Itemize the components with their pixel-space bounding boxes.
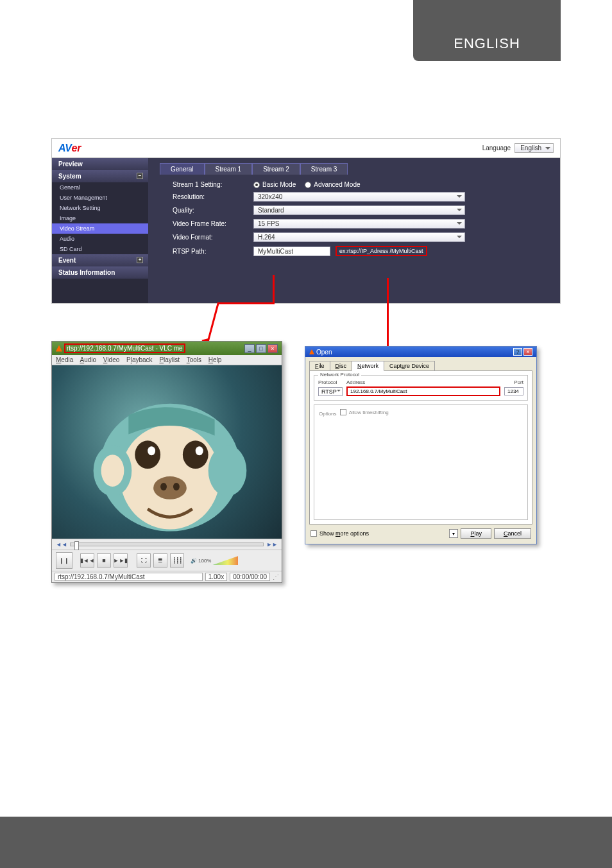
svg-point-8 (196, 446, 203, 455)
radio-basic-mode[interactable]: Basic Mode (253, 181, 296, 188)
label-port: Port (502, 379, 523, 385)
vlc-menu-playback[interactable]: Playback (126, 356, 153, 363)
format-select[interactable]: H.264 (253, 232, 465, 242)
label-quality: Quality: (173, 207, 248, 214)
show-more-options-checkbox[interactable]: Show more options (310, 530, 369, 537)
label-protocol: Protocol (318, 379, 343, 385)
sidebar-item-audio[interactable]: Audio (52, 234, 148, 244)
vlc-window-title: rtsp://192.168.0.7/MyMultiCast - VLC me (64, 343, 185, 353)
sidebar-preview[interactable]: Preview (52, 158, 148, 170)
svg-point-5 (135, 440, 160, 469)
vlc-menu-tools[interactable]: Tools (187, 356, 201, 363)
fullscreen-button[interactable]: ⛶ (137, 553, 151, 568)
close-icon[interactable]: × (523, 348, 532, 356)
vlc-menu-audio[interactable]: Audio (80, 356, 96, 363)
equalizer-button[interactable]: ┋┋┋ (170, 553, 184, 568)
help-icon[interactable]: ? (513, 348, 522, 356)
play-button[interactable]: Play (461, 528, 491, 539)
resize-grip-icon[interactable]: ⋰ (273, 573, 279, 580)
resolution-select[interactable]: 320x240 (253, 192, 465, 202)
status-time: 00:00/00:00 (230, 573, 270, 581)
rtsp-path-input[interactable]: MyMultiCast (253, 247, 330, 256)
language-label: Language (482, 144, 511, 152)
svg-point-4 (208, 445, 247, 496)
svg-point-9 (153, 476, 187, 499)
sidebar-item-user-management[interactable]: User Management (52, 193, 148, 203)
manual-figure: AVer Language English Preview System− Ge… (51, 138, 561, 304)
admin-panel: AVer Language English Preview System− Ge… (51, 138, 561, 304)
dlg-tab-file[interactable]: File (309, 361, 330, 371)
sidebar: Preview System− General User Management … (52, 158, 148, 303)
protocol-select[interactable]: RTSP (318, 387, 343, 396)
minus-icon[interactable]: − (137, 173, 143, 179)
radio-advanced-mode[interactable]: Advanced Mode (305, 181, 360, 188)
aver-logo: AVer (58, 143, 81, 154)
vlc-video-canvas (52, 365, 282, 539)
vlc-menu-media[interactable]: Media (56, 356, 73, 363)
vlc-menu-playlist[interactable]: Playlist (159, 356, 180, 363)
sidebar-item-sd-card[interactable]: SD Card (52, 244, 148, 254)
allow-timeshifting-checkbox[interactable]: Allow timeshifting (340, 409, 389, 415)
svg-point-11 (173, 483, 180, 490)
vlc-menu-video[interactable]: Video (103, 356, 119, 363)
svg-point-3 (101, 455, 124, 487)
tab-general[interactable]: General (160, 163, 205, 175)
prev-button[interactable]: ▮◄◄ (80, 553, 94, 568)
next-button[interactable]: ►►▮ (114, 553, 128, 568)
seek-back-icon[interactable]: ◄◄ (56, 541, 67, 548)
vlc-cone-icon (56, 345, 62, 352)
label-rtsp: RTSP Path: (173, 248, 248, 255)
pause-button[interactable]: ❙❙ (56, 552, 72, 569)
quality-select[interactable]: Standard (253, 205, 465, 215)
tab-stream1[interactable]: Stream 1 (205, 163, 253, 175)
volume-slider[interactable] (212, 556, 238, 565)
language-tab: ENGLISH (413, 26, 561, 61)
tab-stream3[interactable]: Stream 3 (300, 163, 348, 175)
vlc-menubar: Media Audio Video Playback Playlist Tool… (52, 355, 282, 365)
sidebar-event[interactable]: Event+ (52, 254, 148, 266)
open-dialog-title: Open (316, 349, 332, 356)
fieldset-options: Options (317, 411, 339, 417)
address-input[interactable]: 192.168.0.7/MyMultiCast (346, 386, 500, 396)
plus-icon[interactable]: + (137, 257, 143, 263)
status-url: rtsp://192.168.0.7/MyMultiCast (55, 573, 203, 581)
port-input[interactable]: 1234 (504, 387, 523, 395)
svg-point-7 (148, 446, 155, 455)
playlist-button[interactable]: ≣ (153, 553, 167, 568)
fps-select[interactable]: 15 FPS (253, 219, 465, 229)
stop-button[interactable]: ■ (97, 553, 111, 568)
label-fps: Video Frame Rate: (173, 220, 248, 227)
dropdown-toggle[interactable]: ▾ (449, 529, 458, 538)
dlg-tab-disc[interactable]: Disc (330, 361, 353, 371)
minimize-icon[interactable]: _ (244, 344, 255, 353)
rtsp-example: ex:rtsp://IP_Adress /MyMultiCast (336, 246, 427, 256)
maximize-icon[interactable]: □ (256, 344, 266, 353)
volume-percent: 100% (198, 558, 211, 564)
monkey-video-frame (52, 365, 282, 538)
vlc-window: rtsp://192.168.0.7/MyMultiCast - VLC me … (51, 341, 282, 583)
vlc-menu-help[interactable]: Help (208, 356, 222, 363)
dlg-tab-capture[interactable]: Capture Device (384, 361, 435, 371)
sidebar-item-image[interactable]: Image (52, 213, 148, 223)
sidebar-status[interactable]: Status Information (52, 266, 148, 279)
svg-point-10 (160, 483, 167, 490)
dlg-tab-network[interactable]: Network (352, 361, 384, 371)
tab-stream2[interactable]: Stream 2 (252, 163, 300, 175)
cancel-button[interactable]: Cancel (494, 528, 531, 539)
sidebar-item-network-setting[interactable]: Network Setting (52, 203, 148, 213)
page-footer (0, 817, 612, 868)
close-icon[interactable]: × (268, 344, 278, 353)
svg-point-6 (183, 440, 208, 469)
speaker-icon[interactable]: 🔊 (191, 558, 197, 564)
status-speed: 1.00x (205, 573, 227, 581)
label-stream-setting: Stream 1 Setting: (173, 181, 248, 188)
sidebar-item-video-stream[interactable]: Video Stream (52, 223, 148, 234)
fieldset-network-protocol: Network Protocol (318, 372, 361, 378)
seek-forward-icon[interactable]: ►► (266, 541, 278, 548)
sidebar-item-general[interactable]: General (52, 182, 148, 193)
language-select[interactable]: English (514, 143, 554, 153)
vlc-cone-icon (309, 349, 314, 354)
seek-slider[interactable] (70, 542, 264, 546)
open-dialog: Open ? × File Disc Network Capture Devic… (305, 346, 537, 544)
sidebar-system[interactable]: System− (52, 170, 148, 182)
